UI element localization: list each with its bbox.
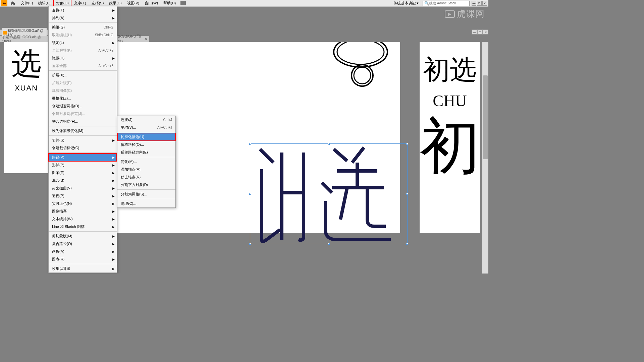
path-submenu-item[interactable]: 移去锚点(R) bbox=[117, 173, 175, 181]
object-menu-item[interactable]: 图表(R)▶ bbox=[49, 255, 117, 263]
search-input[interactable] bbox=[429, 1, 468, 5]
object-menu-item[interactable]: 排列(A)▶ bbox=[49, 14, 117, 22]
menu-separator bbox=[49, 135, 117, 136]
path-submenu-item[interactable]: 连接(J)Ctrl+J bbox=[117, 116, 175, 124]
vertical-scrollbar[interactable] bbox=[482, 42, 488, 274]
workspace-switcher[interactable]: 传统基本功能 ▾ bbox=[391, 0, 421, 6]
menu-separator bbox=[117, 189, 175, 190]
menu-help[interactable]: 帮助(H) bbox=[161, 0, 178, 7]
object-menu-item[interactable]: 设为像素级优化(M) bbox=[49, 127, 117, 135]
object-menu-item[interactable]: 形状(P)▶ bbox=[49, 161, 117, 169]
path-submenu-item[interactable]: 分割下方对象(D) bbox=[117, 181, 175, 189]
object-menu-item[interactable]: 创建裁切标记(C) bbox=[49, 144, 117, 152]
menu-item-label: 路径(P) bbox=[52, 155, 64, 160]
object-menu-item: 显示全部Alt+Ctrl+3 bbox=[49, 62, 117, 70]
path-submenu-item[interactable]: 偏移路径(O)... bbox=[117, 141, 175, 148]
menu-item-label: 添加锚点(A) bbox=[121, 167, 141, 172]
submenu-arrow-icon: ▶ bbox=[112, 187, 115, 190]
search-box[interactable]: 🔍 bbox=[423, 1, 470, 6]
object-menu-item[interactable]: 封套扭曲(V)▶ bbox=[49, 184, 117, 192]
doc-maximize-button[interactable]: □ bbox=[477, 29, 483, 35]
submenu-arrow-icon: ▶ bbox=[112, 179, 115, 182]
menu-item-label: 实时上色(N) bbox=[52, 201, 72, 206]
menu-separator bbox=[49, 153, 117, 153]
maximize-button[interactable]: □ bbox=[477, 1, 482, 6]
object-menu-item[interactable]: Line 和 Sketch 图稿▶ bbox=[49, 223, 117, 231]
svg-point-2 bbox=[352, 65, 373, 86]
object-menu-item[interactable]: 剪切蒙版(M)▶ bbox=[49, 232, 117, 240]
menu-type[interactable]: 文字(T) bbox=[71, 0, 89, 7]
path-submenu-item[interactable]: 简化(M)... bbox=[117, 158, 175, 166]
menu-effect[interactable]: 效果(C) bbox=[106, 0, 124, 7]
app-logo: Ai bbox=[1, 0, 7, 6]
menu-item-label: 切片(S) bbox=[52, 138, 64, 143]
submenu-arrow-icon: ▶ bbox=[112, 57, 115, 60]
path-submenu-item[interactable]: 轮廓化描边(U) bbox=[117, 133, 175, 141]
menu-separator bbox=[49, 70, 117, 71]
close-icon[interactable]: ✕ bbox=[144, 37, 147, 41]
path-submenu-item[interactable]: 清理(C)... bbox=[117, 200, 175, 207]
menu-shortcut: Ctrl+J bbox=[163, 118, 172, 122]
menu-bar: Ai 文件(F) 编辑(E) 对象(O) 文字(T) 选择(S) 效果(C) 视… bbox=[0, 0, 488, 7]
object-menu-item[interactable]: 变换(T)▶ bbox=[49, 6, 117, 14]
menu-object[interactable]: 对象(O) bbox=[53, 0, 71, 7]
object-menu-item[interactable]: 拼合透明度(F)... bbox=[49, 118, 117, 125]
menu-item-label: 创建对象马赛克(J)... bbox=[52, 111, 85, 116]
object-menu-item[interactable]: 创建渐变网格(D)... bbox=[49, 102, 117, 110]
menu-item-label: 画板(A) bbox=[52, 249, 64, 254]
home-icon[interactable] bbox=[10, 1, 15, 6]
menu-file[interactable]: 文件(F) bbox=[18, 0, 36, 7]
submenu-arrow-icon: ▶ bbox=[112, 258, 115, 261]
menu-item-label: 分割为网格(S)... bbox=[121, 192, 147, 197]
path-submenu-item[interactable]: 反转路径方向(E) bbox=[117, 148, 175, 156]
submenu-arrow-icon: ▶ bbox=[112, 202, 115, 205]
menu-item-label: 显示全部 bbox=[52, 63, 67, 68]
object-menu-item[interactable]: 图像描摹▶ bbox=[49, 207, 117, 215]
menu-item-label: 创建裁切标记(C) bbox=[52, 145, 79, 150]
object-menu-item[interactable]: 实时上色(N)▶ bbox=[49, 200, 117, 207]
object-menu-item[interactable]: 编组(G)Ctrl+G bbox=[49, 23, 117, 31]
menu-item-label: 图表(R) bbox=[52, 257, 64, 262]
ring-artwork bbox=[324, 42, 397, 90]
menu-item-label: 图像描摹 bbox=[52, 209, 67, 214]
svg-point-3 bbox=[354, 67, 371, 84]
object-menu-item[interactable]: 图案(E)▶ bbox=[49, 169, 117, 177]
menu-shortcut: Shift+Ctrl+G bbox=[95, 33, 113, 37]
object-menu-item: 取消编组(U)Shift+Ctrl+G bbox=[49, 31, 117, 39]
doc-close-button[interactable]: ✕ bbox=[483, 29, 488, 35]
menu-shortcut: Alt+Ctrl+3 bbox=[99, 64, 113, 68]
minimize-button[interactable]: — bbox=[472, 1, 476, 6]
object-menu-item[interactable]: 透视(P)▶ bbox=[49, 192, 117, 200]
close-button[interactable]: ✕ bbox=[482, 1, 487, 6]
path-submenu-item[interactable]: 添加锚点(A) bbox=[117, 166, 175, 173]
canvas-glyph: 选 bbox=[11, 49, 42, 79]
object-menu-item[interactable]: 路径(P)▶ bbox=[49, 154, 117, 161]
menu-edit[interactable]: 编辑(E) bbox=[36, 0, 53, 7]
object-menu-item: 全部解锁(K)Alt+Ctrl+2 bbox=[49, 47, 117, 54]
menu-separator bbox=[49, 264, 117, 264]
object-menu-item[interactable]: 切片(S)▶ bbox=[49, 136, 117, 144]
menu-item-label: 透视(P) bbox=[52, 193, 64, 198]
arrange-docs-icon[interactable] bbox=[180, 1, 186, 5]
object-menu-item[interactable]: 栅格化(Z)... bbox=[49, 95, 117, 102]
object-menu-item[interactable]: 复合路径(O)▶ bbox=[49, 240, 117, 248]
path-submenu-item[interactable]: 平均(V)...Alt+Ctrl+J bbox=[117, 124, 175, 131]
menu-separator bbox=[49, 126, 117, 126]
outlined-text-artwork[interactable] bbox=[250, 142, 409, 245]
scroll-thumb[interactable] bbox=[483, 75, 488, 159]
menu-window[interactable]: 窗口(W) bbox=[142, 0, 161, 7]
object-menu-item[interactable]: 文本绕排(W)▶ bbox=[49, 215, 117, 223]
object-menu-item[interactable]: 混合(B)▶ bbox=[49, 177, 117, 184]
menu-view[interactable]: 视图(V) bbox=[124, 0, 142, 7]
menu-separator bbox=[117, 199, 175, 199]
object-menu-item[interactable]: 隐藏(H)▶ bbox=[49, 54, 117, 62]
object-menu-item[interactable]: 扩展(X)... bbox=[49, 71, 117, 79]
menu-select[interactable]: 选择(S) bbox=[89, 0, 107, 7]
object-menu-item[interactable]: 画板(A)▶ bbox=[49, 248, 117, 255]
object-menu-item[interactable]: 锁定(L)▶ bbox=[49, 39, 117, 47]
doc-minimize-button[interactable]: — bbox=[472, 29, 477, 35]
menu-item-label: 封套扭曲(V) bbox=[52, 186, 72, 191]
path-submenu-item[interactable]: 分割为网格(S)... bbox=[117, 190, 175, 198]
object-menu-item[interactable]: 收集以导出▶ bbox=[49, 265, 117, 273]
menu-items: 文件(F) 编辑(E) 对象(O) 文字(T) 选择(S) 效果(C) 视图(V… bbox=[18, 0, 178, 7]
